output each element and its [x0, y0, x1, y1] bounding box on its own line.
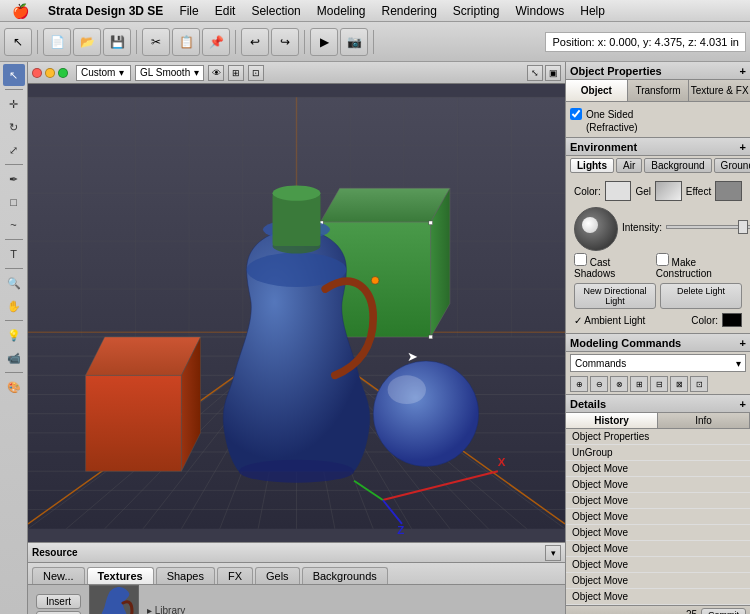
toolbar-btn-cut[interactable]: ✂	[142, 28, 170, 56]
new-directional-light-button[interactable]: New Directional Light	[574, 283, 656, 309]
tool-paint[interactable]: 🎨	[3, 376, 25, 398]
history-item-5[interactable]: Object Move	[566, 509, 750, 525]
toolbar-btn-new[interactable]: 📄	[43, 28, 71, 56]
toolbar-btn-save[interactable]: 💾	[103, 28, 131, 56]
maximize-dot[interactable]	[58, 68, 68, 78]
cmd-icon-3[interactable]: ⊗	[610, 376, 628, 392]
history-item-4[interactable]: Object Move	[566, 493, 750, 509]
viewport-icon-3[interactable]: ⊡	[248, 65, 264, 81]
env-add-icon[interactable]: +	[740, 141, 746, 153]
tool-camera-tool[interactable]: 📹	[3, 347, 25, 369]
menu-windows[interactable]: Windows	[508, 0, 573, 22]
menu-help[interactable]: Help	[572, 0, 613, 22]
insert-button[interactable]: Insert	[36, 594, 81, 609]
toolbar-btn-camera[interactable]: 📷	[340, 28, 368, 56]
minimize-dot[interactable]	[45, 68, 55, 78]
history-item-6[interactable]: Object Move	[566, 525, 750, 541]
resource-expand[interactable]: ▾	[545, 545, 561, 561]
history-item-2[interactable]: Object Move	[566, 461, 750, 477]
tab-background[interactable]: Background	[644, 158, 711, 173]
shading-dropdown[interactable]: GL Smooth▾	[135, 65, 204, 81]
toolbar-btn-copy[interactable]: 📋	[172, 28, 200, 56]
cmd-icon-4[interactable]: ⊞	[630, 376, 648, 392]
texture-preview[interactable]	[89, 585, 139, 614]
viewport-icon-2[interactable]: ⊞	[228, 65, 244, 81]
delete-light-button[interactable]: Delete Light	[660, 283, 742, 309]
tool-rotate[interactable]: ↻	[3, 116, 25, 138]
modeling-add-icon[interactable]: +	[740, 337, 746, 349]
tool-bezier[interactable]: ~	[3, 214, 25, 236]
light-gel-swatch[interactable]	[655, 181, 682, 201]
tool-light[interactable]: 💡	[3, 324, 25, 346]
tab-object[interactable]: Object	[566, 80, 628, 101]
tab-new[interactable]: New...	[32, 567, 85, 584]
cmd-icon-6[interactable]: ⊠	[670, 376, 688, 392]
history-item-8[interactable]: Object Move	[566, 557, 750, 573]
history-item-7[interactable]: Object Move	[566, 541, 750, 557]
toolbar-btn-arrow[interactable]: ↖	[4, 28, 32, 56]
make-construction-check[interactable]	[656, 253, 669, 266]
tab-air[interactable]: Air	[616, 158, 642, 173]
viewport-resize[interactable]: ⤡	[527, 65, 543, 81]
tool-pen[interactable]: ✒	[3, 168, 25, 190]
menu-rendering[interactable]: Rendering	[373, 0, 444, 22]
toolbar-btn-redo[interactable]: ↪	[271, 28, 299, 56]
history-item-1[interactable]: UnGroup	[566, 445, 750, 461]
tool-sep-5	[5, 320, 23, 321]
tab-info[interactable]: Info	[658, 413, 750, 428]
menu-scripting[interactable]: Scripting	[445, 0, 508, 22]
menu-selection[interactable]: Selection	[243, 0, 308, 22]
commands-dropdown[interactable]: Commands ▾	[570, 354, 746, 372]
tab-history[interactable]: History	[566, 413, 658, 428]
menu-modeling[interactable]: Modeling	[309, 0, 374, 22]
view-preset-dropdown[interactable]: Custom▾	[76, 65, 131, 81]
tab-ground[interactable]: Ground	[714, 158, 750, 173]
viewport[interactable]: Custom▾ GL Smooth▾ 👁 ⊞ ⊡ ⤡ ▣	[28, 62, 565, 542]
cmd-icon-2[interactable]: ⊖	[590, 376, 608, 392]
history-item-0[interactable]: Object Properties	[566, 429, 750, 445]
ambient-color-swatch[interactable]	[722, 313, 742, 327]
history-item-9[interactable]: Object Move	[566, 573, 750, 589]
cmd-icon-5[interactable]: ⊟	[650, 376, 668, 392]
tab-transform[interactable]: Transform	[628, 80, 690, 101]
tab-lights[interactable]: Lights	[570, 158, 614, 173]
history-item-10[interactable]: Object Move	[566, 589, 750, 605]
light-color-swatch[interactable]	[605, 181, 632, 201]
tool-text[interactable]: T	[3, 243, 25, 265]
tab-texture-fx[interactable]: Texture & FX	[689, 80, 750, 101]
toolbar-btn-paste[interactable]: 📌	[202, 28, 230, 56]
one-sided-checkbox[interactable]	[570, 108, 582, 120]
toolbar-btn-render[interactable]: ▶	[310, 28, 338, 56]
tab-backgrounds[interactable]: Backgrounds	[302, 567, 388, 584]
apple-menu[interactable]: 🍎	[0, 3, 40, 19]
tool-scale[interactable]: ⤢	[3, 139, 25, 161]
intensity-slider[interactable]	[666, 225, 750, 229]
menu-edit[interactable]: Edit	[207, 0, 244, 22]
close-dot[interactable]	[32, 68, 42, 78]
cast-shadows-check[interactable]	[574, 253, 587, 266]
toolbar-separator-1	[37, 30, 38, 54]
tool-shape[interactable]: □	[3, 191, 25, 213]
tool-pan[interactable]: ✋	[3, 295, 25, 317]
tab-gels[interactable]: Gels	[255, 567, 300, 584]
tab-fx[interactable]: FX	[217, 567, 253, 584]
tool-move[interactable]: ✛	[3, 93, 25, 115]
toolbar-btn-undo[interactable]: ↩	[241, 28, 269, 56]
history-item-3[interactable]: Object Move	[566, 477, 750, 493]
panel-add-icon[interactable]: +	[740, 65, 746, 77]
viewport-fullscreen[interactable]: ▣	[545, 65, 561, 81]
tool-select[interactable]: ↖	[3, 64, 25, 86]
toolbar-btn-open[interactable]: 📂	[73, 28, 101, 56]
tab-textures[interactable]: Textures	[87, 567, 154, 584]
tool-zoom[interactable]: 🔍	[3, 272, 25, 294]
cmd-icon-7[interactable]: ⊡	[690, 376, 708, 392]
menu-file[interactable]: File	[171, 0, 206, 22]
viewport-icon-1[interactable]: 👁	[208, 65, 224, 81]
light-effect-swatch[interactable]	[715, 181, 742, 201]
cmd-icon-1[interactable]: ⊕	[570, 376, 588, 392]
commit-button[interactable]: Commit	[701, 608, 746, 615]
tab-shapes[interactable]: Shapes	[156, 567, 215, 584]
details-add-icon[interactable]: +	[740, 398, 746, 410]
viewport-container: Custom▾ GL Smooth▾ 👁 ⊞ ⊡ ⤡ ▣	[28, 62, 565, 614]
library-label[interactable]: ▸ Library	[147, 605, 185, 615]
